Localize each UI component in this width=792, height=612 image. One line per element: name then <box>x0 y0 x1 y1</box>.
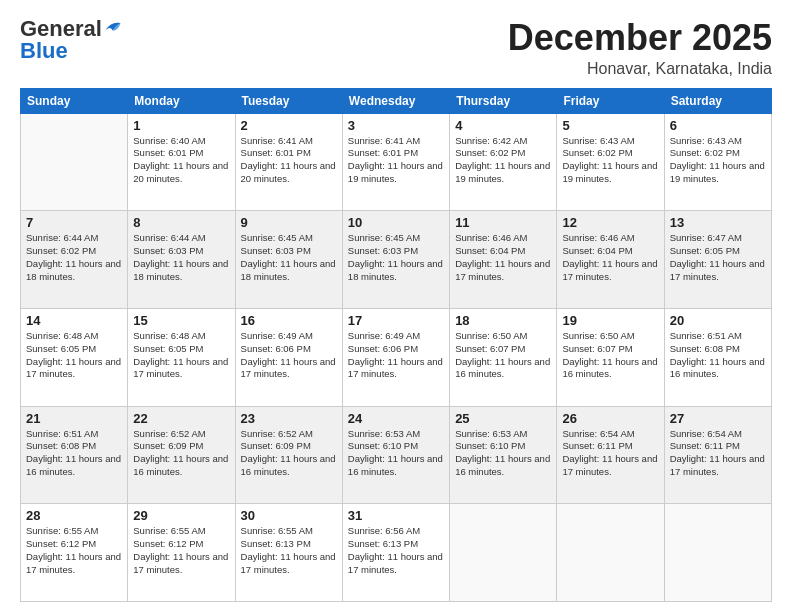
cell-info: Sunrise: 6:40 AMSunset: 6:01 PMDaylight:… <box>133 135 229 186</box>
cell-info: Sunrise: 6:46 AMSunset: 6:04 PMDaylight:… <box>562 232 658 283</box>
calendar-cell: 5Sunrise: 6:43 AMSunset: 6:02 PMDaylight… <box>557 113 664 211</box>
calendar-cell: 8Sunrise: 6:44 AMSunset: 6:03 PMDaylight… <box>128 211 235 309</box>
day-number: 26 <box>562 411 658 426</box>
calendar-cell: 7Sunrise: 6:44 AMSunset: 6:02 PMDaylight… <box>21 211 128 309</box>
day-number: 13 <box>670 215 766 230</box>
cell-info: Sunrise: 6:43 AMSunset: 6:02 PMDaylight:… <box>670 135 766 186</box>
day-number: 8 <box>133 215 229 230</box>
calendar-cell: 1Sunrise: 6:40 AMSunset: 6:01 PMDaylight… <box>128 113 235 211</box>
day-number: 2 <box>241 118 337 133</box>
calendar-cell: 3Sunrise: 6:41 AMSunset: 6:01 PMDaylight… <box>342 113 449 211</box>
logo-general-text: General <box>20 18 102 40</box>
logo-bird-icon <box>104 18 122 36</box>
calendar-table: SundayMondayTuesdayWednesdayThursdayFrid… <box>20 88 772 602</box>
header: General Blue December 2025 Honavar, Karn… <box>20 18 772 78</box>
calendar-cell: 10Sunrise: 6:45 AMSunset: 6:03 PMDayligh… <box>342 211 449 309</box>
calendar-header-row: SundayMondayTuesdayWednesdayThursdayFrid… <box>21 88 772 113</box>
day-header-friday: Friday <box>557 88 664 113</box>
day-header-tuesday: Tuesday <box>235 88 342 113</box>
logo: General Blue <box>20 18 122 62</box>
cell-info: Sunrise: 6:45 AMSunset: 6:03 PMDaylight:… <box>348 232 444 283</box>
calendar-cell: 6Sunrise: 6:43 AMSunset: 6:02 PMDaylight… <box>664 113 771 211</box>
week-row-4: 21Sunrise: 6:51 AMSunset: 6:08 PMDayligh… <box>21 406 772 504</box>
day-number: 12 <box>562 215 658 230</box>
page: General Blue December 2025 Honavar, Karn… <box>0 0 792 612</box>
week-row-1: 1Sunrise: 6:40 AMSunset: 6:01 PMDaylight… <box>21 113 772 211</box>
day-header-thursday: Thursday <box>450 88 557 113</box>
cell-info: Sunrise: 6:50 AMSunset: 6:07 PMDaylight:… <box>562 330 658 381</box>
calendar-cell: 16Sunrise: 6:49 AMSunset: 6:06 PMDayligh… <box>235 308 342 406</box>
cell-info: Sunrise: 6:44 AMSunset: 6:03 PMDaylight:… <box>133 232 229 283</box>
day-header-sunday: Sunday <box>21 88 128 113</box>
cell-info: Sunrise: 6:47 AMSunset: 6:05 PMDaylight:… <box>670 232 766 283</box>
day-number: 22 <box>133 411 229 426</box>
cell-info: Sunrise: 6:55 AMSunset: 6:12 PMDaylight:… <box>26 525 122 576</box>
day-number: 19 <box>562 313 658 328</box>
cell-info: Sunrise: 6:51 AMSunset: 6:08 PMDaylight:… <box>670 330 766 381</box>
calendar-cell: 17Sunrise: 6:49 AMSunset: 6:06 PMDayligh… <box>342 308 449 406</box>
week-row-2: 7Sunrise: 6:44 AMSunset: 6:02 PMDaylight… <box>21 211 772 309</box>
day-number: 24 <box>348 411 444 426</box>
calendar-cell: 14Sunrise: 6:48 AMSunset: 6:05 PMDayligh… <box>21 308 128 406</box>
cell-info: Sunrise: 6:41 AMSunset: 6:01 PMDaylight:… <box>241 135 337 186</box>
week-row-5: 28Sunrise: 6:55 AMSunset: 6:12 PMDayligh… <box>21 504 772 602</box>
day-number: 5 <box>562 118 658 133</box>
cell-info: Sunrise: 6:49 AMSunset: 6:06 PMDaylight:… <box>348 330 444 381</box>
calendar-cell: 15Sunrise: 6:48 AMSunset: 6:05 PMDayligh… <box>128 308 235 406</box>
calendar-cell: 4Sunrise: 6:42 AMSunset: 6:02 PMDaylight… <box>450 113 557 211</box>
calendar-cell: 31Sunrise: 6:56 AMSunset: 6:13 PMDayligh… <box>342 504 449 602</box>
cell-info: Sunrise: 6:51 AMSunset: 6:08 PMDaylight:… <box>26 428 122 479</box>
cell-info: Sunrise: 6:41 AMSunset: 6:01 PMDaylight:… <box>348 135 444 186</box>
calendar-cell: 12Sunrise: 6:46 AMSunset: 6:04 PMDayligh… <box>557 211 664 309</box>
cell-info: Sunrise: 6:44 AMSunset: 6:02 PMDaylight:… <box>26 232 122 283</box>
calendar-cell <box>557 504 664 602</box>
cell-info: Sunrise: 6:53 AMSunset: 6:10 PMDaylight:… <box>455 428 551 479</box>
calendar-cell: 28Sunrise: 6:55 AMSunset: 6:12 PMDayligh… <box>21 504 128 602</box>
day-number: 29 <box>133 508 229 523</box>
cell-info: Sunrise: 6:54 AMSunset: 6:11 PMDaylight:… <box>670 428 766 479</box>
calendar-cell: 23Sunrise: 6:52 AMSunset: 6:09 PMDayligh… <box>235 406 342 504</box>
cell-info: Sunrise: 6:48 AMSunset: 6:05 PMDaylight:… <box>26 330 122 381</box>
day-number: 1 <box>133 118 229 133</box>
cell-info: Sunrise: 6:52 AMSunset: 6:09 PMDaylight:… <box>241 428 337 479</box>
calendar-cell: 13Sunrise: 6:47 AMSunset: 6:05 PMDayligh… <box>664 211 771 309</box>
calendar-cell: 25Sunrise: 6:53 AMSunset: 6:10 PMDayligh… <box>450 406 557 504</box>
day-number: 7 <box>26 215 122 230</box>
calendar-cell: 22Sunrise: 6:52 AMSunset: 6:09 PMDayligh… <box>128 406 235 504</box>
day-number: 4 <box>455 118 551 133</box>
cell-info: Sunrise: 6:46 AMSunset: 6:04 PMDaylight:… <box>455 232 551 283</box>
week-row-3: 14Sunrise: 6:48 AMSunset: 6:05 PMDayligh… <box>21 308 772 406</box>
calendar-cell: 30Sunrise: 6:55 AMSunset: 6:13 PMDayligh… <box>235 504 342 602</box>
day-header-saturday: Saturday <box>664 88 771 113</box>
day-number: 10 <box>348 215 444 230</box>
cell-info: Sunrise: 6:56 AMSunset: 6:13 PMDaylight:… <box>348 525 444 576</box>
calendar-cell: 29Sunrise: 6:55 AMSunset: 6:12 PMDayligh… <box>128 504 235 602</box>
cell-info: Sunrise: 6:49 AMSunset: 6:06 PMDaylight:… <box>241 330 337 381</box>
calendar-cell: 26Sunrise: 6:54 AMSunset: 6:11 PMDayligh… <box>557 406 664 504</box>
day-number: 16 <box>241 313 337 328</box>
day-number: 27 <box>670 411 766 426</box>
calendar-cell <box>450 504 557 602</box>
cell-info: Sunrise: 6:42 AMSunset: 6:02 PMDaylight:… <box>455 135 551 186</box>
day-number: 9 <box>241 215 337 230</box>
title-block: December 2025 Honavar, Karnataka, India <box>508 18 772 78</box>
cell-info: Sunrise: 6:53 AMSunset: 6:10 PMDaylight:… <box>348 428 444 479</box>
cell-info: Sunrise: 6:45 AMSunset: 6:03 PMDaylight:… <box>241 232 337 283</box>
calendar-cell: 21Sunrise: 6:51 AMSunset: 6:08 PMDayligh… <box>21 406 128 504</box>
calendar-cell <box>664 504 771 602</box>
cell-info: Sunrise: 6:48 AMSunset: 6:05 PMDaylight:… <box>133 330 229 381</box>
day-number: 14 <box>26 313 122 328</box>
cell-info: Sunrise: 6:55 AMSunset: 6:12 PMDaylight:… <box>133 525 229 576</box>
calendar-cell: 20Sunrise: 6:51 AMSunset: 6:08 PMDayligh… <box>664 308 771 406</box>
cell-info: Sunrise: 6:54 AMSunset: 6:11 PMDaylight:… <box>562 428 658 479</box>
day-number: 23 <box>241 411 337 426</box>
calendar-cell: 19Sunrise: 6:50 AMSunset: 6:07 PMDayligh… <box>557 308 664 406</box>
day-number: 21 <box>26 411 122 426</box>
day-number: 18 <box>455 313 551 328</box>
day-number: 6 <box>670 118 766 133</box>
day-number: 17 <box>348 313 444 328</box>
logo-blue-text: Blue <box>20 40 68 62</box>
day-number: 20 <box>670 313 766 328</box>
day-number: 30 <box>241 508 337 523</box>
calendar-cell <box>21 113 128 211</box>
